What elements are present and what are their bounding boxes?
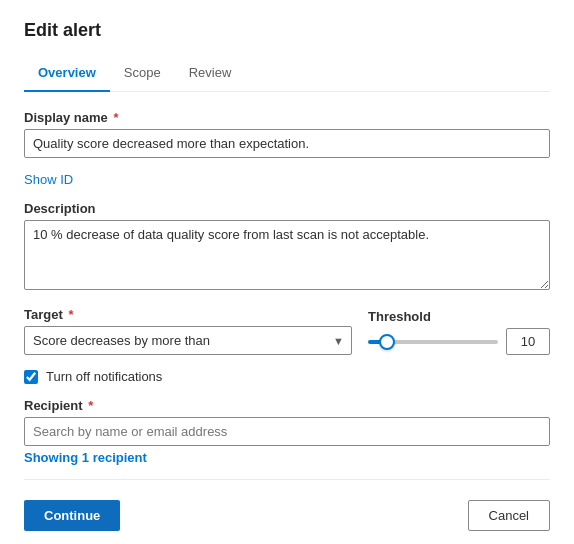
display-name-label: Display name * xyxy=(24,110,550,125)
notifications-row: Turn off notifications xyxy=(24,369,550,384)
tab-overview[interactable]: Overview xyxy=(24,57,110,92)
display-name-input[interactable] xyxy=(24,129,550,158)
tab-review[interactable]: Review xyxy=(175,57,246,92)
target-select-wrapper: Score decreases by more than Score incre… xyxy=(24,326,352,355)
description-input[interactable]: 10 % decrease of data quality score from… xyxy=(24,220,550,290)
recipient-label: Recipient * xyxy=(24,398,550,413)
modal-title: Edit alert xyxy=(24,20,550,41)
description-label: Description xyxy=(24,201,550,216)
show-id-link[interactable]: Show ID xyxy=(24,172,550,187)
threshold-slider[interactable] xyxy=(368,340,498,344)
notifications-checkbox[interactable] xyxy=(24,370,38,384)
threshold-value-input[interactable] xyxy=(506,328,550,355)
target-select[interactable]: Score decreases by more than Score incre… xyxy=(24,326,352,355)
target-label: Target * xyxy=(24,307,352,322)
display-name-group: Display name * xyxy=(24,110,550,158)
threshold-row xyxy=(368,328,550,355)
tabs: Overview Scope Review xyxy=(24,57,550,92)
recipient-group: Recipient * Showing 1 recipient xyxy=(24,398,550,465)
recipient-input[interactable] xyxy=(24,417,550,446)
tab-scope[interactable]: Scope xyxy=(110,57,175,92)
continue-button[interactable]: Continue xyxy=(24,500,120,531)
target-threshold-row: Target * Score decreases by more than Sc… xyxy=(24,307,550,355)
display-name-required: * xyxy=(110,110,119,125)
cancel-button[interactable]: Cancel xyxy=(468,500,550,531)
recipient-required: * xyxy=(85,398,94,413)
description-group: Description 10 % decrease of data qualit… xyxy=(24,201,550,293)
notifications-label[interactable]: Turn off notifications xyxy=(46,369,162,384)
edit-alert-modal: Edit alert Overview Scope Review Display… xyxy=(0,0,574,544)
threshold-group: Threshold xyxy=(368,309,550,355)
footer: Continue Cancel xyxy=(24,479,550,531)
threshold-label: Threshold xyxy=(368,309,550,324)
target-required: * xyxy=(65,307,74,322)
target-group: Target * Score decreases by more than Sc… xyxy=(24,307,352,355)
showing-recipients: Showing 1 recipient xyxy=(24,450,550,465)
